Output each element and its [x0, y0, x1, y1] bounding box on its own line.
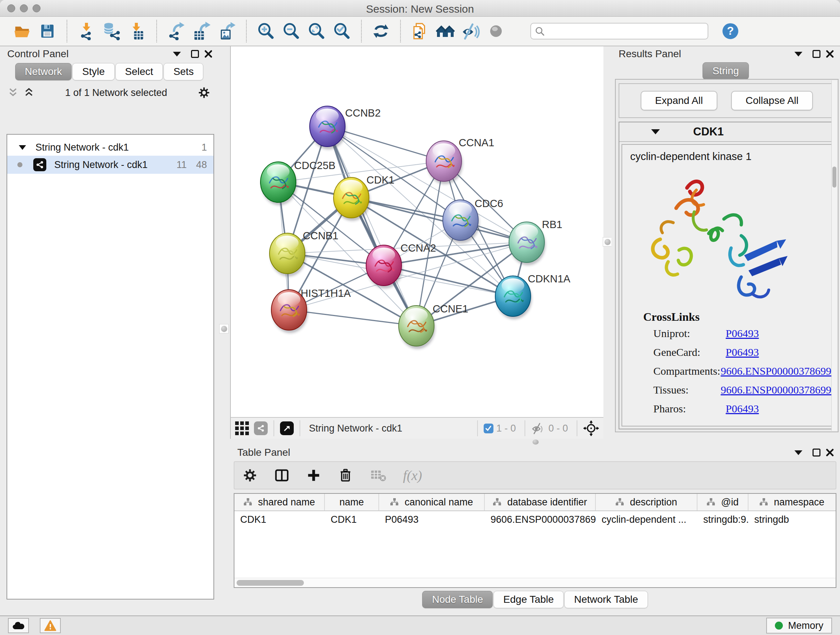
export-image-button[interactable]	[217, 20, 237, 42]
column-header-namespace[interactable]: namespace	[748, 494, 835, 510]
expand-all-button[interactable]: Expand All	[641, 91, 717, 111]
search-field[interactable]	[531, 23, 708, 40]
network-edge[interactable]	[289, 310, 416, 326]
tab-node-table[interactable]: Node Table	[422, 591, 493, 608]
float-panel-icon[interactable]	[813, 448, 821, 456]
hide-panel-button[interactable]	[461, 20, 480, 42]
network-row[interactable]: String Network - cdk1 11 48	[7, 156, 213, 174]
export-network-button[interactable]	[166, 20, 186, 42]
crosslink-genecard[interactable]: P06493	[726, 346, 759, 358]
expand-all-icon[interactable]	[24, 88, 35, 98]
tab-style[interactable]: Style	[73, 63, 114, 80]
cell-id[interactable]: stringdb:9...	[698, 514, 748, 525]
search-input[interactable]	[548, 26, 704, 37]
show-view-button[interactable]	[486, 20, 506, 42]
home-button[interactable]	[436, 20, 455, 42]
table-panel-title: Table Panel	[237, 447, 290, 458]
gear-icon[interactable]	[197, 86, 210, 99]
network-collection-row[interactable]: String Network - cdk1 1	[7, 139, 213, 156]
delete-column-icon[interactable]	[338, 468, 353, 483]
collapse-section-icon[interactable]	[651, 129, 660, 134]
panel-menu-icon[interactable]	[794, 52, 802, 57]
crosslink-tissues[interactable]: 9606.ENSP00000378699	[721, 384, 831, 396]
import-network-from-database-button[interactable]	[102, 20, 122, 42]
cell-namespace[interactable]: stringdb	[748, 514, 835, 525]
column-header-shared-name[interactable]: shared name	[234, 494, 325, 510]
left-splitter[interactable]	[218, 46, 230, 616]
show-grid-icon[interactable]	[235, 421, 249, 435]
tab-string[interactable]: String	[703, 62, 748, 80]
import-table-button[interactable]	[127, 20, 147, 42]
float-panel-icon[interactable]	[191, 50, 199, 58]
close-panel-icon[interactable]	[826, 50, 834, 58]
zoom-selected-button[interactable]	[332, 20, 352, 42]
zoom-fit-button[interactable]	[307, 20, 326, 42]
horizontal-splitter[interactable]	[230, 439, 840, 445]
results-scrollbar[interactable]	[831, 80, 837, 431]
cell-description[interactable]: cyclin-dependent ...	[596, 514, 698, 525]
selected-checkbox-icon[interactable]	[484, 424, 493, 433]
zoom-out-button[interactable]	[281, 20, 301, 42]
cell-database-identifier[interactable]: 9606.ENSP00000378699	[485, 514, 596, 525]
tab-select[interactable]: Select	[115, 63, 163, 80]
close-panel-icon[interactable]	[826, 448, 834, 457]
crosslink-pharos[interactable]: P06493	[726, 402, 759, 415]
zoom-in-button[interactable]	[256, 20, 276, 42]
detach-view-icon[interactable]	[280, 421, 294, 435]
warnings-button[interactable]	[40, 618, 61, 633]
column-header-description[interactable]: description	[596, 494, 698, 510]
network-edge[interactable]	[384, 265, 513, 296]
show-columns-icon[interactable]	[274, 468, 289, 483]
close-panel-icon[interactable]	[204, 50, 213, 58]
protein-card-header[interactable]: CDK1	[619, 122, 834, 142]
splitter-handle[interactable]	[219, 324, 229, 333]
column-header-id[interactable]: @id	[698, 494, 748, 510]
column-header-canonical-name[interactable]: canonical name	[379, 494, 485, 510]
network-node-CCNA2[interactable]	[366, 245, 403, 288]
open-session-button[interactable]	[12, 20, 32, 42]
column-header-database-identifier[interactable]: database identifier	[485, 494, 596, 510]
splitter-handle[interactable]	[532, 440, 538, 445]
network-node-CDC25B[interactable]	[261, 162, 297, 205]
splitter-handle[interactable]	[603, 237, 612, 247]
network-node-CCNA1[interactable]	[426, 141, 463, 184]
float-panel-icon[interactable]	[813, 50, 821, 58]
cell-name[interactable]: CDK1	[325, 514, 379, 525]
cell-shared-name[interactable]: CDK1	[234, 514, 325, 525]
network-canvas[interactable]: CCNB2CCNA1CDC25BCDK1CDC6RB1CCNB1CCNA2CDK…	[231, 46, 604, 417]
tree-expander-icon[interactable]	[19, 145, 26, 150]
import-network-button[interactable]	[77, 20, 96, 42]
table-row[interactable]: CDK1 CDK1 P06493 9606.ENSP00000378699 cy…	[234, 511, 836, 528]
save-session-button[interactable]	[38, 20, 57, 42]
network-node-CCNB1[interactable]	[270, 233, 306, 277]
tab-network[interactable]: Network	[15, 63, 72, 80]
panel-menu-icon[interactable]	[173, 52, 181, 57]
network-node-RB1[interactable]	[509, 222, 546, 265]
table-horizontal-scrollbar[interactable]	[234, 578, 836, 587]
tab-edge-table[interactable]: Edge Table	[493, 591, 564, 608]
table-settings-gear-icon[interactable]	[242, 468, 257, 483]
network-node-CCNB2[interactable]	[309, 106, 346, 149]
network-type-icon[interactable]	[254, 421, 268, 435]
network-node-CCNE1[interactable]	[399, 306, 435, 349]
add-column-icon[interactable]	[306, 468, 321, 483]
tab-network-table[interactable]: Network Table	[564, 591, 648, 608]
help-button[interactable]: ?	[721, 20, 740, 42]
export-table-button[interactable]	[192, 20, 211, 42]
panel-menu-icon[interactable]	[794, 450, 802, 455]
tab-sets[interactable]: Sets	[164, 63, 203, 80]
crosslink-uniprot[interactable]: P06493	[726, 327, 759, 340]
column-header-name[interactable]: name	[325, 494, 379, 510]
refresh-button[interactable]	[371, 20, 391, 42]
right-splitter[interactable]	[603, 46, 611, 439]
crosslink-compartments[interactable]: 9606.ENSP00000378699	[721, 365, 831, 377]
birdseye-navigator-icon[interactable]	[583, 420, 599, 436]
cell-canonical-name[interactable]: P06493	[379, 514, 485, 525]
cloud-status-button[interactable]	[8, 618, 29, 633]
network-node-CDK1[interactable]	[333, 177, 370, 221]
collapse-all-icon[interactable]	[8, 88, 19, 98]
first-neighbors-button[interactable]	[410, 20, 430, 42]
memory-button[interactable]: Memory	[766, 618, 832, 633]
network-node-CDKN1A[interactable]	[495, 276, 532, 319]
collapse-all-button[interactable]: Collapse All	[731, 91, 813, 111]
